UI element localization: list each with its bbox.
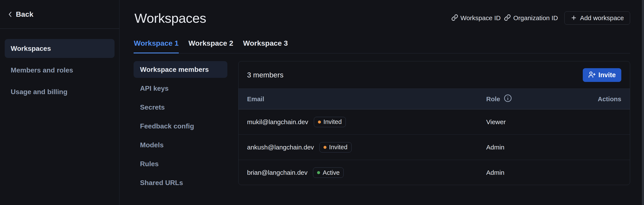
user-plus-icon <box>588 71 596 79</box>
column-header-role: Role <box>486 94 598 104</box>
back-button[interactable]: Back <box>0 0 119 29</box>
email-cell: ankush@langchain.dev Invited <box>247 142 486 152</box>
link-icon <box>451 14 458 22</box>
status-dot-icon <box>317 171 320 174</box>
member-email: brian@langchain.dev <box>247 169 308 176</box>
status-label: Active <box>323 169 340 176</box>
role-cell: Admin <box>486 169 621 176</box>
email-cell: brian@langchain.dev Active <box>247 167 486 178</box>
member-role: Admin <box>486 144 504 151</box>
member-email: mukil@langchain.dev <box>247 118 308 126</box>
status-badge-invited: Invited <box>314 117 346 127</box>
link-icon <box>504 14 511 22</box>
member-role: Viewer <box>486 118 506 125</box>
members-panel-header: 3 members Invite <box>238 61 630 89</box>
role-cell: Viewer <box>486 118 621 126</box>
member-email: ankush@langchain.dev <box>247 144 314 151</box>
workspace-tabs: Workspace 1Workspace 2Workspace 3 <box>134 39 630 53</box>
table-row: ankush@langchain.dev Invited Admin <box>238 135 630 160</box>
invite-label: Invite <box>598 71 616 79</box>
settings-nav-item-workspace-members[interactable]: Workspace members <box>134 61 227 78</box>
table-header: Email Role Actions <box>238 89 630 109</box>
vertical-scrollbar[interactable] <box>642 0 644 205</box>
sidebar-item-workspaces[interactable]: Workspaces <box>5 39 114 58</box>
sidebar: Back WorkspacesMembers and rolesUsage an… <box>0 0 120 205</box>
status-label: Invited <box>324 118 342 125</box>
email-cell: mukil@langchain.dev Invited <box>247 117 486 127</box>
role-cell: Admin <box>486 144 621 151</box>
status-dot-icon <box>324 146 326 149</box>
plus-icon <box>570 15 577 22</box>
members-count: 3 members <box>247 71 284 79</box>
main-area: Workspaces Workspace ID Organization ID <box>120 0 642 205</box>
add-workspace-button[interactable]: Add workspace <box>564 11 630 25</box>
chevron-left-icon <box>6 11 14 18</box>
sidebar-nav: WorkspacesMembers and rolesUsage and bil… <box>0 29 119 101</box>
workspace-id-link[interactable]: Workspace ID <box>451 14 501 22</box>
sidebar-item-members-and-roles[interactable]: Members and roles <box>5 61 114 80</box>
column-header-actions: Actions <box>598 95 621 103</box>
member-role: Admin <box>486 169 504 176</box>
page-title: Workspaces <box>134 11 206 26</box>
settings-nav-item-models[interactable]: Models <box>134 137 227 153</box>
table-row: mukil@langchain.dev Invited Viewer <box>238 109 630 135</box>
add-workspace-label: Add workspace <box>580 14 624 22</box>
workspace-id-label: Workspace ID <box>460 14 501 22</box>
status-badge-active: Active <box>313 167 344 178</box>
members-panel: 3 members Invite Email Role <box>238 61 630 185</box>
settings-nav-item-rules[interactable]: Rules <box>134 155 227 172</box>
settings-nav-item-feedback-config[interactable]: Feedback config <box>134 118 227 134</box>
main-header: Workspaces Workspace ID Organization ID <box>120 0 642 36</box>
status-dot-icon <box>318 120 321 123</box>
app-root: Back WorkspacesMembers and rolesUsage an… <box>0 0 644 205</box>
settings-nav: Workspace membersAPI keysSecretsFeedback… <box>134 61 227 193</box>
settings-nav-item-shared-urls[interactable]: Shared URLs <box>134 174 227 191</box>
invite-button[interactable]: Invite <box>583 68 621 82</box>
column-header-email: Email <box>247 95 486 103</box>
status-badge-invited: Invited <box>320 142 351 152</box>
tab-workspace-1[interactable]: Workspace 1 <box>134 39 179 53</box>
tab-workspace-2[interactable]: Workspace 2 <box>188 39 233 53</box>
tab-workspace-3[interactable]: Workspace 3 <box>243 39 288 53</box>
table-body: mukil@langchain.dev Invited Viewer ankus… <box>238 109 630 185</box>
info-icon[interactable] <box>503 94 512 104</box>
header-actions: Workspace ID Organization ID Add workspa… <box>451 11 630 25</box>
status-label: Invited <box>329 144 347 151</box>
organization-id-link[interactable]: Organization ID <box>504 14 558 22</box>
content-area: Workspace membersAPI keysSecretsFeedback… <box>134 61 630 205</box>
back-label: Back <box>16 10 34 19</box>
organization-id-label: Organization ID <box>513 14 558 22</box>
settings-nav-item-api-keys[interactable]: API keys <box>134 80 227 97</box>
sidebar-item-usage-and-billing[interactable]: Usage and billing <box>5 82 114 101</box>
table-row: brian@langchain.dev Active Admin <box>238 160 630 185</box>
settings-nav-item-secrets[interactable]: Secrets <box>134 99 227 116</box>
